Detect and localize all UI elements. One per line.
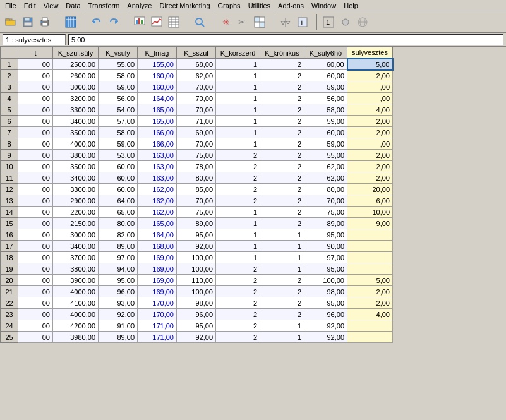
sulyvesztes-cell[interactable]: 2,00	[347, 70, 393, 81]
ksuly6ho-cell[interactable]: 55,00	[304, 150, 347, 161]
globe-button[interactable]	[354, 14, 371, 30]
menu-window[interactable]: Window	[308, 1, 340, 10]
t-cell[interactable]: 00	[18, 104, 53, 116]
ktmag-cell[interactable]: 155,00	[138, 59, 177, 70]
sulyvesztes-cell[interactable]: 2,00	[347, 150, 393, 161]
kszulsuly-cell[interactable]: 2600,00	[53, 70, 99, 81]
menu-edit[interactable]: Edit	[20, 1, 40, 10]
ksuly6ho-cell[interactable]: 97,00	[304, 252, 347, 263]
kvsuly-cell[interactable]: 60,00	[99, 184, 138, 195]
t-cell[interactable]: 00	[18, 320, 53, 332]
ksuly6ho-cell[interactable]: 58,00	[304, 104, 347, 116]
kszulsuly-cell[interactable]: 4200,00	[53, 320, 99, 332]
ksszul-cell[interactable]: 70,00	[177, 104, 216, 116]
number1-button[interactable]: 1	[320, 14, 337, 30]
balance-button[interactable]	[277, 14, 294, 30]
sulyvesztes-cell[interactable]: 5,00	[347, 275, 393, 286]
ksszul-cell[interactable]: 100,00	[177, 286, 216, 297]
kszulsuly-cell[interactable]: 3900,00	[53, 275, 99, 286]
kkorszeru-cell[interactable]: 2	[216, 275, 260, 286]
col-header-t[interactable]: t	[18, 47, 53, 59]
kkronikus-cell[interactable]: 2	[260, 207, 304, 218]
ktmag-cell[interactable]: 170,00	[138, 309, 177, 320]
ksuly6ho-cell[interactable]: 60,00	[304, 70, 347, 81]
kvsuly-cell[interactable]: 59,00	[99, 81, 138, 93]
kvsuly-cell[interactable]: 82,00	[99, 229, 138, 241]
kszulsuly-cell[interactable]: 2200,00	[53, 207, 99, 218]
ktmag-cell[interactable]: 162,00	[138, 207, 177, 218]
kvsuly-cell[interactable]: 64,00	[99, 195, 138, 207]
col-header-ktmag[interactable]: K_tmag	[138, 47, 177, 59]
kkorszeru-cell[interactable]: 1	[216, 138, 260, 150]
ksszul-cell[interactable]: 95,00	[177, 229, 216, 241]
ksszul-cell[interactable]: 98,00	[177, 297, 216, 309]
table-row[interactable]: 13002900,0064,00162,0070,002270,006,00	[1, 195, 393, 207]
ktmag-cell[interactable]: 165,00	[138, 218, 177, 229]
table-row[interactable]: 16003000,0082,00164,0095,001195,00	[1, 229, 393, 241]
ktmag-cell[interactable]: 162,00	[138, 184, 177, 195]
kkorszeru-cell[interactable]: 1	[216, 241, 260, 252]
ksszul-cell[interactable]: 100,00	[177, 263, 216, 275]
kszulsuly-cell[interactable]: 3400,00	[53, 241, 99, 252]
kszulsuly-cell[interactable]: 3700,00	[53, 252, 99, 263]
sulyvesztes-cell[interactable]	[347, 320, 393, 332]
kkorszeru-cell[interactable]: 2	[216, 297, 260, 309]
print-button[interactable]	[37, 14, 53, 30]
kszulsuly-cell[interactable]: 3400,00	[53, 116, 99, 127]
sulyvesztes-cell[interactable]: ,00	[347, 81, 393, 93]
row-number-cell[interactable]: 3	[1, 81, 18, 93]
kkronikus-cell[interactable]: 2	[260, 275, 304, 286]
ktmag-cell[interactable]: 163,00	[138, 172, 177, 184]
t-cell[interactable]: 00	[18, 81, 53, 93]
ksuly6ho-cell[interactable]: 59,00	[304, 116, 347, 127]
ktmag-cell[interactable]: 168,00	[138, 241, 177, 252]
ksuly6ho-cell[interactable]: 98,00	[304, 286, 347, 297]
kkronikus-cell[interactable]: 2	[260, 59, 304, 70]
kvsuly-cell[interactable]: 89,00	[99, 332, 138, 343]
t-cell[interactable]: 00	[18, 70, 53, 81]
ktmag-cell[interactable]: 169,00	[138, 252, 177, 263]
ktmag-cell[interactable]: 164,00	[138, 229, 177, 241]
kvsuly-cell[interactable]: 60,00	[99, 172, 138, 184]
sulyvesztes-cell[interactable]: 4,00	[347, 104, 393, 116]
sulyvesztes-cell[interactable]: 4,00	[347, 309, 393, 320]
kszulsuly-cell[interactable]: 3000,00	[53, 81, 99, 93]
ktmag-cell[interactable]: 165,00	[138, 116, 177, 127]
ktmag-cell[interactable]: 163,00	[138, 150, 177, 161]
kvsuly-cell[interactable]: 53,00	[99, 150, 138, 161]
menu-data[interactable]: Data	[62, 1, 84, 10]
menu-direct-marketing[interactable]: Direct Marketing	[155, 1, 214, 10]
kszulsuly-cell[interactable]: 3300,00	[53, 184, 99, 195]
sulyvesztes-cell[interactable]: 2,00	[347, 297, 393, 309]
t-cell[interactable]: 00	[18, 207, 53, 218]
kszulsuly-cell[interactable]: 3500,00	[53, 127, 99, 138]
kkronikus-cell[interactable]: 2	[260, 127, 304, 138]
ksszul-cell[interactable]: 85,00	[177, 184, 216, 195]
row-number-cell[interactable]: 18	[1, 252, 18, 263]
kvsuly-cell[interactable]: 89,00	[99, 241, 138, 252]
ksuly6ho-cell[interactable]: 89,00	[304, 218, 347, 229]
menu-graphs[interactable]: Graphs	[214, 1, 244, 10]
ktmag-cell[interactable]: 169,00	[138, 275, 177, 286]
ktmag-cell[interactable]: 163,00	[138, 161, 177, 172]
table-row[interactable]: 17003400,0089,00168,0092,001190,00	[1, 241, 393, 252]
t-cell[interactable]: 00	[18, 93, 53, 104]
menu-analyze[interactable]: Analyze	[123, 1, 155, 10]
kkronikus-cell[interactable]: 2	[260, 309, 304, 320]
kkorszeru-cell[interactable]: 1	[216, 59, 260, 70]
kvsuly-cell[interactable]: 93,00	[99, 297, 138, 309]
t-cell[interactable]: 00	[18, 297, 53, 309]
row-number-cell[interactable]: 19	[1, 263, 18, 275]
kvsuly-cell[interactable]: 96,00	[99, 286, 138, 297]
kvsuly-cell[interactable]: 65,00	[99, 207, 138, 218]
kkorszeru-cell[interactable]: 1	[216, 218, 260, 229]
ktmag-cell[interactable]: 171,00	[138, 332, 177, 343]
menu-transform[interactable]: Transform	[85, 1, 124, 10]
t-cell[interactable]: 00	[18, 286, 53, 297]
col-header-ksszul[interactable]: K_sszül	[177, 47, 216, 59]
ktmag-cell[interactable]: 166,00	[138, 138, 177, 150]
ksuly6ho-cell[interactable]: 70,00	[304, 195, 347, 207]
kkorszeru-cell[interactable]: 1	[216, 70, 260, 81]
sulyvesztes-cell[interactable]	[347, 332, 393, 343]
chart-bar-button[interactable]	[131, 14, 148, 30]
